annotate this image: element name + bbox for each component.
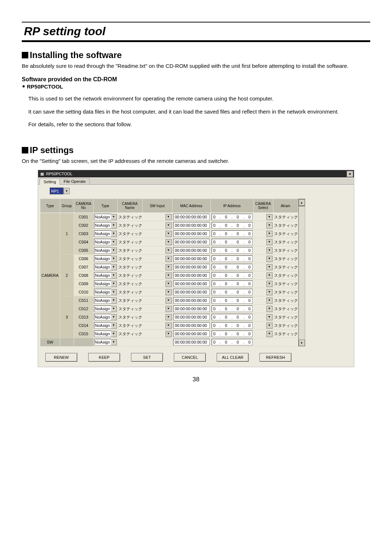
sw-input-select[interactable]: ▼ [143, 280, 172, 287]
mac-field[interactable]: 00:00:00:00:00:00 [173, 314, 210, 320]
unit-select[interactable]: RP1 [50, 188, 64, 194]
camera-select-select[interactable]: ▼ [254, 314, 273, 320]
type-select[interactable]: NoAsign▼ [94, 222, 117, 229]
camera-select-select[interactable]: ▼ [254, 255, 273, 262]
camera-select-select[interactable]: ▼ [254, 331, 273, 337]
mac-field[interactable]: 00:00:00:00:00:00 [173, 247, 210, 254]
ip-field[interactable]: 0.0.0.0 [212, 214, 253, 220]
mac-field[interactable]: 00:00:00:00:00:00 [173, 239, 210, 245]
refresh-button[interactable]: REFRESH [260, 353, 291, 362]
camera-select-select[interactable]: ▼ [254, 222, 273, 229]
tab-file-operate[interactable]: File Operate [60, 178, 90, 184]
mac-field[interactable]: 00:00:00:00:00:00 [173, 272, 210, 279]
sw-input-select[interactable]: ▼ [143, 239, 172, 245]
keep-button[interactable]: KEEP [88, 353, 120, 362]
page-number: 38 [22, 376, 370, 383]
cancel-button[interactable]: CANCEL [174, 353, 206, 362]
type-select[interactable]: NoAsign▼ [94, 280, 117, 287]
sw-input-select[interactable]: ▼ [143, 322, 172, 329]
tab-setting[interactable]: Setting [40, 178, 60, 185]
camera-select-select[interactable]: ▼ [254, 230, 273, 237]
type-select[interactable]: NoAsign▼ [94, 230, 117, 237]
type-select[interactable]: NoAsign▼ [94, 331, 117, 337]
ip-field[interactable]: 0.0.0.0 [212, 314, 253, 320]
type-select[interactable]: NoAsign▼ [94, 255, 117, 262]
mac-field[interactable]: 00:00:00:00:00:00 [173, 289, 210, 295]
ip-field[interactable]: 0.0.0.0 [212, 264, 253, 270]
type-select[interactable]: NoAsign▼ [94, 314, 117, 320]
ip-field[interactable]: 0.0.0.0 [212, 305, 253, 312]
mac-field[interactable]: 00:00:00:00:00:00 [173, 230, 210, 237]
type-select[interactable]: NoAsign▼ [94, 289, 117, 295]
type-select[interactable]: NoAsign▼ [94, 214, 117, 220]
ip-field[interactable]: 0.0.0.0 [212, 255, 253, 262]
sw-input-select[interactable]: ▼ [143, 214, 172, 220]
sw-input-select[interactable]: ▼ [143, 289, 172, 295]
sw-input-select[interactable]: ▼ [143, 331, 172, 337]
th-type2: Type [93, 199, 117, 213]
ip-field[interactable]: 0.0.0.0 [212, 289, 253, 295]
vertical-scrollbar[interactable]: ▲ ▼ [298, 199, 305, 346]
type-select[interactable]: NoAsign▼ [94, 239, 117, 245]
sw-input-select[interactable]: ▼ [143, 272, 172, 279]
mac-field[interactable]: 00:00:00:00:00:00 [173, 214, 210, 220]
ip-field[interactable]: 0.0.0.0 [212, 230, 253, 237]
close-button[interactable]: ✕ [347, 171, 353, 177]
set-button[interactable]: SET [131, 353, 163, 362]
ip-field[interactable]: 0.0.0.0 [212, 322, 253, 329]
ip-field[interactable]: 0.0.0.0 [212, 331, 253, 337]
mac-field[interactable]: 00:00:00:00:00:00 [173, 297, 210, 304]
sw-input-select[interactable]: ▼ [143, 314, 172, 320]
mac-field[interactable]: 00:00:00:00:00:00 [173, 305, 210, 312]
ip-field[interactable]: 0.0.0.0 [212, 222, 253, 229]
type-select[interactable]: NoAsign▼ [94, 297, 117, 304]
camera-select-select[interactable]: ▼ [254, 214, 273, 220]
camera-select-select[interactable]: ▼ [254, 247, 273, 254]
mac-field[interactable]: 00:00:00:00:00:00 [173, 331, 210, 337]
type-select[interactable]: NoAsign▼ [94, 322, 117, 329]
scroll-up-button[interactable]: ▲ [299, 199, 305, 206]
sw-input-select[interactable]: ▼ [143, 247, 172, 254]
all-clear-button[interactable]: ALL CLEAR [217, 353, 249, 362]
type-select[interactable]: NoAsign▼ [94, 272, 117, 279]
scroll-thumb[interactable] [299, 206, 305, 206]
sw-input-select[interactable]: ▼ [143, 305, 172, 312]
camera-no-cell: C014 [74, 321, 93, 330]
camera-select-select[interactable]: ▼ [254, 272, 273, 279]
type-select[interactable]: NoAsign▼ [94, 339, 117, 345]
mac-field[interactable]: 00:00:00:00:00:00 [173, 339, 210, 345]
sw-input-select[interactable]: ▼ [143, 255, 172, 262]
camera-select-select[interactable]: ▼ [254, 264, 273, 270]
sw-input-select[interactable]: ▼ [143, 297, 172, 304]
mac-field[interactable]: 00:00:00:00:00:00 [173, 264, 210, 270]
ip-field[interactable]: 0.0.0.0 [212, 239, 253, 245]
ip-field[interactable]: 0.0.0.0 [212, 272, 253, 279]
unit-select-dropdown[interactable]: ▼ [64, 188, 70, 194]
ip-field[interactable]: 0.0.0.0 [212, 297, 253, 304]
ip-field[interactable]: 0.0.0.0 [212, 339, 253, 345]
ip-field[interactable]: 0.0.0.0 [212, 247, 253, 254]
camera-select-select[interactable]: ▼ [254, 289, 273, 295]
camera-select-select[interactable]: ▼ [254, 239, 273, 245]
camera-select-select[interactable]: ▼ [254, 280, 273, 287]
alarm-label: スタティック [273, 223, 298, 227]
camera-select-select[interactable]: ▼ [254, 305, 273, 312]
type-select[interactable]: NoAsign▼ [94, 264, 117, 270]
camera-select-select[interactable]: ▼ [254, 297, 273, 304]
camera-no-cell: C015 [74, 330, 93, 338]
mac-field[interactable]: 00:00:00:00:00:00 [173, 222, 210, 229]
scroll-down-button[interactable]: ▼ [299, 340, 305, 346]
mac-field[interactable]: 00:00:00:00:00:00 [173, 255, 210, 262]
mac-field[interactable]: 00:00:00:00:00:00 [173, 322, 210, 329]
ip-field[interactable]: 0.0.0.0 [212, 280, 253, 287]
type-select[interactable]: NoAsign▼ [94, 247, 117, 254]
renew-button[interactable]: RENEW [45, 353, 77, 362]
sw-input-select[interactable]: ▼ [143, 264, 172, 270]
sw-input-select[interactable]: ▼ [143, 230, 172, 237]
type-select[interactable]: NoAsign▼ [94, 305, 117, 312]
camera-select-select[interactable]: ▼ [254, 322, 273, 329]
camera-name-label: スタティック [118, 290, 142, 294]
mac-field[interactable]: 00:00:00:00:00:00 [173, 280, 210, 287]
sw-input-select[interactable]: ▼ [143, 222, 172, 229]
alarm-label: スタティック [273, 315, 298, 319]
